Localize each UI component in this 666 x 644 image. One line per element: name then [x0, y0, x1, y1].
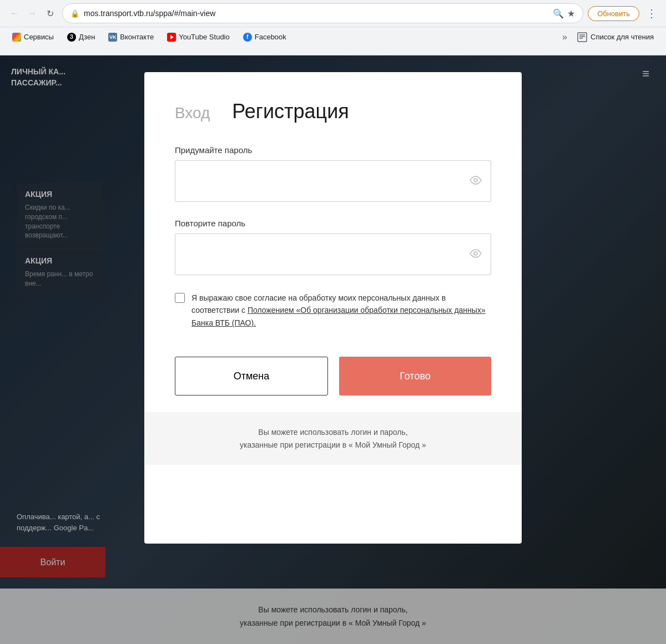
services-icon [12, 33, 21, 42]
password-input-wrapper [175, 160, 491, 202]
translate-icon[interactable]: 🔍 [553, 8, 564, 19]
reload-button[interactable]: ↻ [42, 6, 58, 21]
password-label: Придумайте пароль [175, 145, 491, 155]
modal-footer-text-2: указанные при регистрации в « Мой Умный … [175, 439, 491, 451]
bookmark-services[interactable]: Сервисы [7, 31, 59, 44]
password-input[interactable] [175, 161, 491, 201]
modal-dialog: Вход Регистрация Придумайте пароль [144, 72, 522, 544]
consent-checkbox[interactable] [175, 293, 185, 303]
nav-buttons: ← → ↻ [7, 6, 58, 21]
form-group-repeat-password: Повторите пароль [175, 219, 491, 275]
address-text: mos.transport.vtb.ru/sppa/#/main-view [84, 9, 548, 18]
forward-button[interactable]: → [24, 6, 40, 21]
browser-chrome: ← → ↻ 🔒 mos.transport.vtb.ru/sppa/#/main… [0, 0, 666, 55]
repeat-password-eye-icon[interactable] [469, 248, 482, 261]
cancel-button[interactable]: Отмена [175, 357, 328, 395]
tab-login[interactable]: Вход [175, 104, 210, 122]
bookmark-youtube[interactable]: YouTube Studio [162, 31, 235, 44]
bookmark-dzen-label: Дзен [79, 33, 95, 41]
browser-toolbar: ← → ↻ 🔒 mos.transport.vtb.ru/sppa/#/main… [0, 0, 666, 27]
bookmark-facebook[interactable]: f Facebook [238, 31, 292, 44]
modal-tabs: Вход Регистрация [175, 100, 491, 123]
svg-rect-2 [578, 33, 587, 42]
vk-icon: VK [108, 33, 117, 42]
modal-footer: Вы можете использовать логин и пароль, у… [144, 412, 522, 465]
password-eye-icon[interactable] [469, 175, 482, 187]
modal-footer-text-1: Вы можете использовать логин и пароль, [175, 426, 491, 438]
submit-button[interactable]: Готово [339, 357, 491, 395]
bookmark-vk-label: Вконтакте [120, 33, 154, 41]
page-content: ЛИЧНЫЙ КА... ПАССАЖИР... ≡ АКЦИЯ Скидки … [0, 55, 666, 644]
facebook-icon: f [243, 33, 252, 42]
form-group-password: Придумайте пароль [175, 145, 491, 202]
bookmark-dzen[interactable]: З Дзен [62, 31, 100, 44]
tab-register[interactable]: Регистрация [232, 100, 349, 123]
repeat-password-label: Повторите пароль [175, 219, 491, 228]
bookmarks-more: » Список для чтения [562, 30, 659, 44]
update-button[interactable]: Обновить [588, 6, 639, 21]
bookmark-youtube-label: YouTube Studio [179, 33, 230, 41]
back-button[interactable]: ← [7, 6, 22, 21]
checkbox-area: Я выражаю свое согласие на обработку мои… [175, 292, 491, 329]
repeat-password-input[interactable] [175, 234, 491, 275]
dzen-icon: З [67, 33, 76, 42]
address-bar-icons: 🔍 ★ [553, 8, 575, 19]
svg-point-7 [474, 252, 477, 255]
bookmark-vk[interactable]: VK Вконтакте [103, 31, 159, 44]
repeat-password-input-wrapper [175, 234, 491, 275]
action-buttons: Отмена Готово [175, 357, 491, 395]
address-bar[interactable]: 🔒 mos.transport.vtb.ru/sppa/#/main-view … [62, 3, 583, 23]
reading-list-label: Список для чтения [591, 33, 654, 41]
more-menu-button[interactable]: ⋮ [644, 4, 659, 22]
svg-point-6 [474, 179, 477, 182]
youtube-icon [167, 33, 176, 42]
more-bookmarks-icon[interactable]: » [562, 32, 567, 42]
reading-list-button[interactable]: Список для чтения [572, 30, 659, 44]
star-icon[interactable]: ★ [567, 8, 575, 19]
bookmarks-bar: Сервисы З Дзен VK Вконтакте YouTube Stud… [0, 27, 666, 47]
bookmark-facebook-label: Facebook [255, 33, 286, 41]
lock-icon: 🔒 [70, 9, 79, 18]
consent-label: Я выражаю свое согласие на обработку мои… [191, 292, 491, 329]
modal-overlay: Вход Регистрация Придумайте пароль [0, 55, 666, 644]
bookmark-services-label: Сервисы [24, 33, 54, 41]
